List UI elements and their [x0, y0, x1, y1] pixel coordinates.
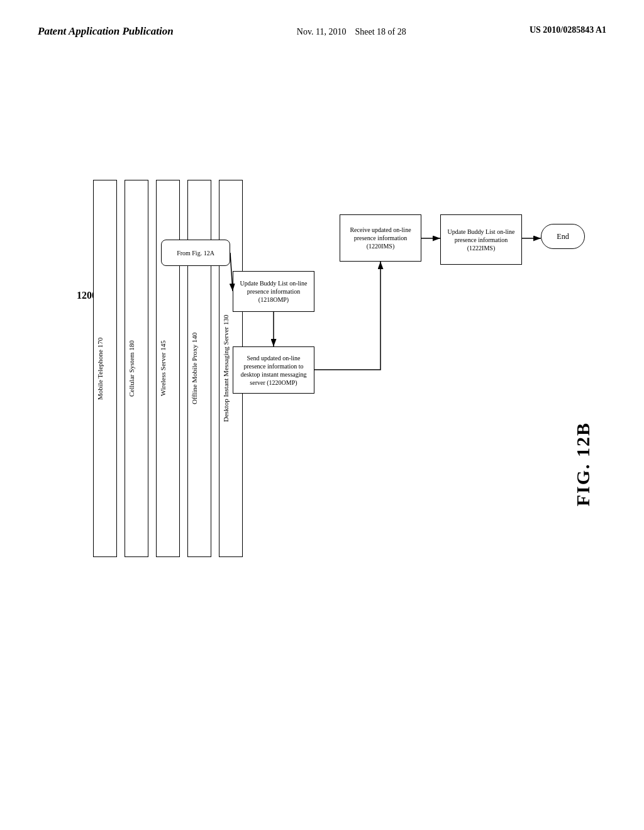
swimlane-mobile-telephone: Mobile Telephone 170 — [93, 180, 117, 557]
patent-title: Patent Application Publication — [38, 25, 174, 38]
page-header: Patent Application Publication Nov. 11, … — [38, 25, 606, 38]
update-buddy-1222ims-box: Update Buddy List on-line presence infor… — [440, 214, 522, 265]
from-fig-12a-box: From Fig. 12A — [161, 240, 230, 266]
header-date: Nov. 11, 2010 — [297, 27, 347, 36]
patent-number: US 2010/0285843 A1 — [530, 25, 606, 35]
fig-label: FIG. 12B — [572, 422, 594, 506]
swimlane-cellular-system: Cellular System 180 — [125, 180, 148, 557]
page: Patent Application Publication Nov. 11, … — [0, 0, 644, 830]
send-updated-1220omp-box: Send updated on-line presence informatio… — [233, 346, 314, 394]
header-info: Nov. 11, 2010 Sheet 18 of 28 — [297, 25, 406, 38]
arrows-svg — [38, 76, 606, 768]
receive-updated-1220ims-box: Receive updated on-line presence informa… — [340, 214, 421, 262]
swimlane-wireless-server: Wireless Server 145 — [156, 180, 180, 557]
update-buddy-1218omp-box: Update Buddy List on-line presence infor… — [233, 271, 314, 312]
diagram-area: 1200 Mobile Telephone 170 Cellular Syste… — [38, 76, 606, 768]
end-box: End — [541, 224, 585, 249]
header-sheet: Sheet 18 of 28 — [355, 27, 406, 36]
swimlane-offline-mobile-proxy: Offline Mobile Proxy 140 — [187, 180, 211, 557]
